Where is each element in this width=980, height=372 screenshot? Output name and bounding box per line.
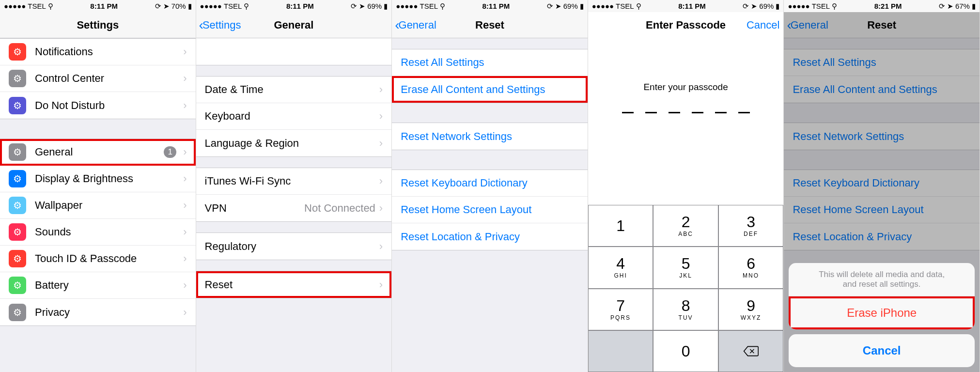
row-label: Reset Network Settings	[401, 130, 579, 143]
row-notifications[interactable]: ⚙Notifications›	[0, 39, 196, 65]
status-bar: ●●●●● TSEL ⚲ 8:11 PM ⟳ ➤ 69%▮	[392, 0, 588, 12]
row-reset-keyboard-dictionary[interactable]: Reset Keyboard Dictionary	[392, 170, 588, 197]
keypad-8[interactable]: 8TUV	[653, 289, 718, 330]
back-button[interactable]: ‹General	[784, 18, 828, 32]
key-letters: WXYZ	[741, 314, 762, 321]
row-label: Date & Time	[205, 83, 375, 96]
passcode-message: Enter your passcode	[643, 82, 728, 93]
carrier: TSEL	[616, 2, 634, 10]
keypad-4[interactable]: 4GHI	[588, 247, 653, 288]
row-reset-home-screen-layout[interactable]: Reset Home Screen Layout	[392, 197, 588, 223]
nav-bar: ‹General Reset	[392, 12, 588, 38]
key-number: 6	[747, 256, 755, 271]
keypad-2[interactable]: 2ABC	[653, 205, 718, 247]
row-reset[interactable]: Reset›	[196, 271, 392, 298]
row-restrictions[interactable]: …	[196, 38, 392, 65]
row-regulatory[interactable]: Regulatory›	[196, 233, 392, 260]
row-label: Reset Keyboard Dictionary	[793, 177, 971, 189]
row-general[interactable]: ⚙General1›	[0, 139, 196, 166]
clock: 8:11 PM	[53, 2, 155, 10]
chevron-right-icon: ›	[183, 172, 187, 185]
key-number: 5	[682, 256, 690, 271]
keypad-7[interactable]: 7PQRS	[588, 289, 653, 330]
row-label: Reset Keyboard Dictionary	[401, 177, 579, 189]
row-reset-all-settings[interactable]: Reset All Settings	[784, 49, 980, 76]
keypad-0[interactable]: 0	[653, 330, 718, 372]
battery-icon: ▮	[188, 2, 192, 11]
row-label: Reset All Settings	[401, 56, 579, 69]
keypad-5[interactable]: 5JKL	[653, 247, 718, 288]
row-privacy[interactable]: ⚙Privacy›	[0, 299, 196, 326]
battery-pct: 70%	[171, 2, 186, 10]
row-reset-network-settings[interactable]: Reset Network Settings	[392, 123, 588, 150]
row-reset-location-privacy[interactable]: Reset Location & Privacy	[392, 223, 588, 250]
cancel-button[interactable]: Cancel	[747, 19, 783, 31]
notifications-icon: ⚙	[9, 43, 26, 61]
row-label: Do Not Disturb	[35, 99, 179, 112]
keypad-3[interactable]: 3DEF	[718, 205, 784, 247]
row-reset-location-privacy[interactable]: Reset Location & Privacy	[784, 223, 980, 250]
signal-dots-icon: ●●●●●	[592, 2, 614, 10]
keypad-6[interactable]: 6MNO	[718, 247, 784, 288]
keypad-delete[interactable]	[718, 330, 784, 372]
row-label: Regulatory	[205, 240, 375, 253]
display-brightness-icon: ⚙	[9, 170, 26, 187]
row-reset-home-screen-layout[interactable]: Reset Home Screen Layout	[784, 197, 980, 223]
row-erase-all-content-and-settings[interactable]: Erase All Content and Settings	[784, 76, 980, 103]
row-reset-keyboard-dictionary[interactable]: Reset Keyboard Dictionary	[784, 170, 980, 197]
row-label: Notifications	[35, 46, 179, 58]
chevron-right-icon: ›	[183, 279, 187, 292]
back-button[interactable]: ‹General	[392, 18, 436, 32]
sheet-message: This will delete all media and data, and…	[789, 263, 975, 296]
row-do-not-disturb[interactable]: ⚙Do Not Disturb›	[0, 92, 196, 119]
key-number: 4	[616, 256, 625, 271]
back-button[interactable]: ‹Settings	[196, 18, 241, 32]
action-sheet: This will delete all media and data, and…	[789, 263, 975, 367]
key-letters: TUV	[679, 314, 693, 321]
row-language-region[interactable]: Language & Region›	[196, 130, 392, 156]
battery-icon: ▮	[384, 2, 388, 11]
control-center-icon: ⚙	[9, 70, 26, 87]
row-label: Display & Brightness	[35, 172, 179, 185]
row-vpn[interactable]: VPNNot Connected›	[196, 195, 392, 221]
row-label: Reset	[205, 279, 375, 291]
row-battery[interactable]: ⚙Battery›	[0, 272, 196, 299]
row-itunes-wi-fi-sync[interactable]: iTunes Wi-Fi Sync›	[196, 168, 392, 195]
chevron-right-icon: ›	[183, 146, 187, 158]
passcode-field	[622, 112, 750, 113]
battery-icon: ⚙	[9, 277, 26, 294]
wifi-icon: ⚲	[244, 2, 249, 11]
back-label: General	[399, 19, 436, 31]
sounds-icon: ⚙	[9, 223, 26, 241]
key-number: 2	[682, 214, 690, 230]
row-label: Language & Region	[205, 137, 375, 150]
row-erase-all-content-and-settings[interactable]: Erase All Content and Settings	[392, 76, 588, 103]
signal-dots-icon: ●●●●●	[788, 2, 809, 10]
row-sounds[interactable]: ⚙Sounds›	[0, 219, 196, 246]
row-keyboard[interactable]: Keyboard›	[196, 103, 392, 130]
cancel-button[interactable]: Cancel	[789, 334, 975, 367]
clock: 8:11 PM	[445, 2, 547, 10]
numeric-keypad: 12ABC3DEF4GHI5JKL6MNO7PQRS8TUV9WXYZ0	[588, 205, 784, 372]
carrier: TSEL	[812, 2, 830, 10]
chevron-right-icon: ›	[183, 99, 187, 112]
row-label: Reset Network Settings	[793, 130, 971, 143]
keypad-9[interactable]: 9WXYZ	[718, 289, 784, 330]
row-touch-id-passcode[interactable]: ⚙Touch ID & Passcode›	[0, 246, 196, 272]
row-display-brightness[interactable]: ⚙Display & Brightness›	[0, 166, 196, 192]
badge: 1	[164, 146, 176, 158]
chevron-right-icon: ›	[183, 306, 187, 319]
row-date-time[interactable]: Date & Time›	[196, 77, 392, 103]
key-number: 7	[616, 298, 625, 313]
signal-dots-icon: ●●●●●	[396, 2, 418, 10]
row-reset-all-settings[interactable]: Reset All Settings	[392, 49, 588, 76]
keypad-1[interactable]: 1	[588, 205, 653, 247]
row-wallpaper[interactable]: ⚙Wallpaper›	[0, 192, 196, 219]
panel-general: ●●●●● TSEL ⚲ 8:11 PM ⟳ ➤ 69%▮ ‹Settings …	[196, 0, 392, 372]
row-label: Reset Location & Privacy	[793, 231, 971, 243]
row-control-center[interactable]: ⚙Control Center›	[0, 65, 196, 92]
row-label: Reset All Settings	[793, 56, 971, 69]
row-reset-network-settings[interactable]: Reset Network Settings	[784, 123, 980, 150]
erase-iphone-button[interactable]: Erase iPhone	[789, 296, 975, 329]
row-label: VPN	[205, 202, 305, 215]
